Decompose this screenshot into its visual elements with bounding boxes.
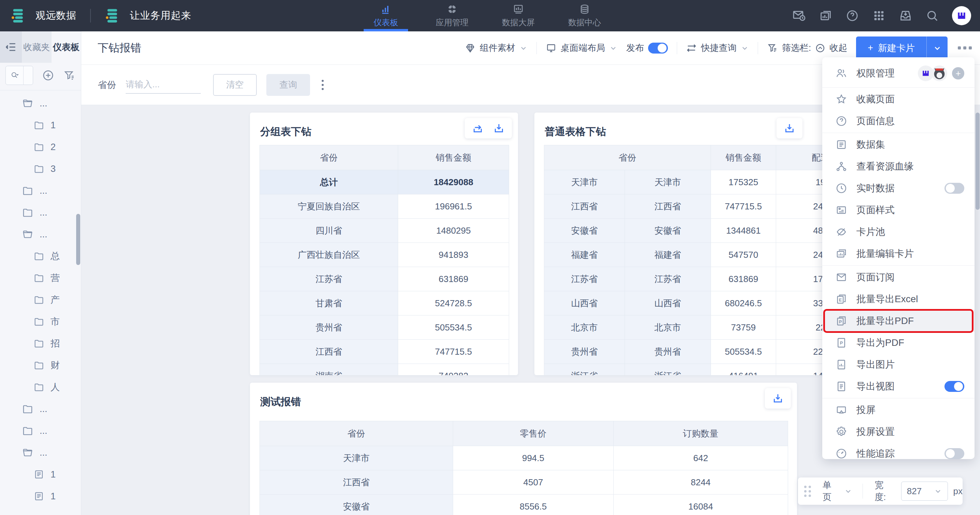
menu-item-card-pool[interactable]: 卡片池 [822, 221, 975, 243]
table-row[interactable]: 安徽省 8556.5 16084 [260, 494, 788, 515]
column-header[interactable]: 省份 [260, 145, 398, 170]
table-row[interactable]: 贵州省 505534.5 [260, 315, 509, 340]
table-row[interactable]: 湖南省 740282 [260, 364, 509, 375]
sidebar-tab-dashboards[interactable]: 仪表板 [52, 32, 81, 63]
menu-item-export-view[interactable]: 导出视图 [822, 376, 975, 397]
nav-tab-datacenter[interactable]: 数据中心 [562, 0, 607, 32]
publish-toggle[interactable] [648, 43, 668, 54]
menu-item-page-subscription[interactable]: 页面订阅 [822, 266, 975, 288]
download-icon[interactable] [772, 392, 784, 404]
performance-trace-toggle[interactable] [945, 448, 964, 459]
menu-item-lineage[interactable]: 查看资源血缘 [822, 155, 975, 177]
tree-folder[interactable]: ... [0, 420, 81, 442]
table-row[interactable]: 江苏省 江苏省 631869 173 [544, 267, 826, 291]
tree-folder[interactable]: ... [0, 201, 81, 223]
column-header[interactable]: 零售价 [453, 421, 614, 446]
tree-folder[interactable]: 人 [0, 376, 81, 398]
clear-button[interactable]: 清空 [213, 74, 257, 96]
search-scope-icon[interactable] [6, 66, 24, 85]
table-row[interactable]: 浙江省 浙江省 416491 149 [544, 364, 826, 375]
table-row[interactable]: 江西省 747715.5 [260, 340, 509, 364]
table-row[interactable]: 天津市 天津市 175325 19 [544, 170, 826, 194]
table-row[interactable]: 四川省 1480295 [260, 219, 509, 243]
filter-more-icon[interactable] [322, 80, 324, 90]
table-row[interactable]: 江西省 4507 8244 [260, 470, 788, 494]
user-avatar[interactable] [952, 6, 971, 25]
member-avatar-cat[interactable] [932, 65, 947, 81]
table-row[interactable]: 北京市 北京市 73759 22 [544, 315, 826, 340]
download-icon[interactable] [493, 122, 505, 135]
sidebar-tab-favorites[interactable]: 收藏夹 [22, 32, 52, 63]
menu-item-performance-trace[interactable]: 性能追踪 [822, 443, 975, 464]
table-row[interactable]: 江西省 江西省 747715.5 247 [544, 194, 826, 219]
sidebar-search-input[interactable] [5, 66, 33, 85]
tree-folder[interactable]: 总 [0, 245, 81, 267]
column-header[interactable]: 配送 [776, 145, 826, 170]
help-icon[interactable] [845, 9, 859, 22]
tree-dashboard-doc[interactable]: 2 [0, 507, 81, 513]
tree-folder[interactable]: 招 [0, 333, 81, 354]
width-select[interactable]: 827 [901, 482, 948, 501]
menu-item-permissions[interactable]: 权限管理 + [822, 60, 975, 87]
tree-folder[interactable]: 产 [0, 289, 81, 311]
realtime-data-toggle[interactable] [945, 183, 964, 194]
column-header[interactable]: 省份 [260, 421, 453, 446]
tree-folder[interactable]: 1 [0, 114, 81, 136]
menu-item-export-image[interactable]: 导出图片 [822, 354, 975, 376]
menu-item-cast-settings[interactable]: 投屏设置 [822, 421, 975, 443]
page-scrollbar[interactable] [975, 113, 980, 210]
sidebar-collapse-button[interactable] [0, 32, 22, 63]
sidebar-scrollbar[interactable] [76, 214, 80, 265]
menu-item-page-info[interactable]: 页面信息 [822, 110, 975, 132]
tree-folder[interactable]: 3 [0, 158, 81, 180]
new-card-dropdown-button[interactable] [926, 36, 948, 60]
test-error-table[interactable]: 省份 零售价 订购数量 天津市 994.5 642 江西省 4507 8244 [259, 421, 788, 515]
tree-folder-open[interactable]: ... [0, 223, 81, 245]
query-button[interactable]: 查询 [266, 74, 310, 96]
table-row[interactable]: 广西壮族自治区 941893 [260, 243, 509, 267]
tree-dashboard-doc[interactable]: 1 [0, 485, 81, 507]
page-mode-select[interactable]: 单页 [822, 479, 852, 503]
add-member-button[interactable]: + [952, 67, 964, 79]
table-row[interactable]: 贵州省 贵州省 505534.5 221 [544, 340, 826, 364]
menu-item-page-style[interactable]: 页面样式 [822, 199, 975, 221]
quick-query-button[interactable]: 快捷查询 [686, 42, 749, 54]
nav-tab-apps[interactable]: 应用管理 [430, 0, 474, 32]
tree-folder[interactable]: 财 [0, 354, 81, 376]
menu-item-favorite-page[interactable]: 收藏页面 [822, 88, 975, 110]
component-material-button[interactable]: 组件素材 [465, 42, 528, 54]
plain-table[interactable]: 省份 销售金额 配送 天津市 天津市 175325 19 江西省 江西省 747… [544, 145, 826, 375]
menu-item-screen-cast[interactable]: 投屏 [822, 399, 975, 421]
filter-bar-collapse-control[interactable]: 筛选栏: 收起 [767, 42, 847, 54]
column-header[interactable]: 省份 [544, 145, 711, 170]
tree-folder-open[interactable]: ... [0, 442, 81, 464]
table-row[interactable]: 安徽省 安徽省 1344861 482 [544, 219, 826, 243]
report-center-icon[interactable] [819, 9, 832, 22]
more-actions-button[interactable] [958, 46, 972, 49]
add-dashboard-icon[interactable] [42, 69, 54, 81]
menu-item-dataset[interactable]: 数据集 [822, 134, 975, 155]
drag-handle-icon[interactable] [804, 486, 811, 497]
table-row[interactable]: 山西省 山西省 680246.5 338 [544, 291, 826, 315]
download-icon[interactable] [783, 122, 795, 135]
menu-item-batch-edit-cards[interactable]: 批量编辑卡片 [822, 243, 975, 265]
province-filter-input[interactable] [126, 76, 201, 94]
column-header[interactable]: 销售金额 [711, 145, 776, 170]
tree-folder[interactable]: 2 [0, 136, 81, 158]
inbox-download-icon[interactable] [899, 9, 912, 22]
menu-item-batch-export-excel[interactable]: E 批量导出Excel [822, 288, 975, 310]
apps-grid-icon[interactable] [872, 9, 886, 22]
search-icon[interactable] [925, 9, 939, 22]
message-subscription-icon[interactable] [792, 9, 806, 22]
menu-item-batch-export-pdf[interactable]: P 批量导出PDF [822, 310, 975, 332]
tree-folder[interactable]: 市 [0, 311, 81, 333]
table-row[interactable]: 甘肃省 524728.5 [260, 291, 509, 315]
table-row[interactable]: 江苏省 631869 [260, 267, 509, 291]
export-view-toggle[interactable] [945, 381, 964, 392]
tree-folder[interactable]: ... [0, 180, 81, 201]
menu-item-export-as-pdf[interactable]: P 导出为PDF [822, 332, 975, 354]
table-row[interactable]: 宁夏回族自治区 196961.5 [260, 194, 509, 219]
tree-dashboard-doc[interactable]: 1 [0, 464, 81, 485]
tree-folder[interactable]: ... [0, 398, 81, 420]
export-icon[interactable] [472, 122, 484, 135]
